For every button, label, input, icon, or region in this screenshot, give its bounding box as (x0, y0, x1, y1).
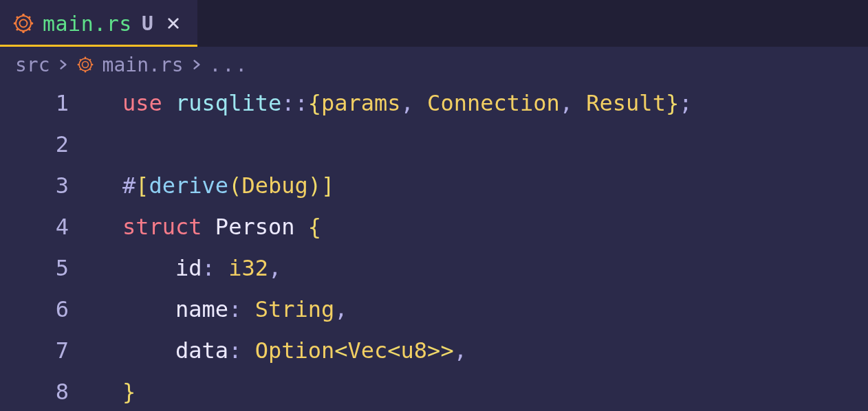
code-line[interactable]: data: Option<Vec<u8>>, (122, 330, 868, 371)
line-number: 6 (0, 289, 69, 330)
svg-point-2 (22, 14, 25, 16)
close-icon[interactable] (166, 16, 181, 31)
svg-point-8 (16, 28, 18, 30)
svg-point-17 (91, 64, 93, 66)
svg-point-18 (79, 59, 80, 60)
svg-point-1 (20, 20, 28, 27)
svg-point-13 (82, 62, 88, 68)
breadcrumb-ellipsis[interactable]: ... (210, 54, 249, 76)
line-number: 3 (0, 165, 69, 206)
chevron-right-icon (192, 60, 202, 69)
tab-modified-badge: U (142, 12, 153, 35)
line-number: 1 (0, 82, 69, 124)
svg-point-6 (16, 16, 18, 18)
breadcrumb-segment-src[interactable]: src (15, 54, 50, 76)
code-line[interactable]: struct Person { (122, 206, 868, 247)
svg-point-16 (77, 64, 79, 66)
rust-icon (12, 12, 34, 34)
line-number: 5 (0, 247, 69, 289)
svg-point-19 (89, 59, 91, 60)
line-number: 8 (0, 371, 69, 411)
svg-point-21 (89, 69, 91, 70)
line-number: 2 (0, 124, 69, 165)
code-line[interactable]: #[derive(Debug)] (122, 165, 868, 206)
svg-point-14 (84, 57, 86, 59)
svg-point-5 (31, 22, 34, 25)
rust-icon (76, 56, 94, 74)
line-number: 7 (0, 330, 69, 371)
chevron-right-icon (58, 60, 68, 69)
svg-point-4 (14, 22, 17, 25)
code-editor[interactable]: 12345678 use rusqlite::{params, Connecti… (0, 82, 868, 411)
code-content[interactable]: use rusqlite::{params, Connection, Resul… (89, 82, 868, 411)
breadcrumb[interactable]: src main.rs ... (0, 47, 868, 82)
tab-filename: main.rs (43, 12, 132, 36)
breadcrumb-segment-file[interactable]: main.rs (102, 54, 184, 76)
code-line[interactable]: name: String, (122, 289, 868, 330)
svg-point-15 (84, 71, 86, 73)
svg-point-3 (22, 31, 25, 34)
svg-point-12 (79, 58, 91, 71)
tab-bar: main.rs U (0, 0, 868, 47)
code-line[interactable]: use rusqlite::{params, Connection, Resul… (122, 82, 868, 124)
svg-point-9 (28, 28, 30, 30)
tab-main-rs[interactable]: main.rs U (0, 0, 197, 47)
line-number-gutter: 12345678 (0, 82, 89, 411)
svg-point-7 (28, 16, 30, 18)
svg-point-20 (79, 69, 80, 70)
code-line[interactable]: id: i32, (122, 247, 868, 289)
svg-point-0 (16, 16, 31, 31)
code-line[interactable] (122, 124, 868, 165)
line-number: 4 (0, 206, 69, 247)
code-line[interactable]: } (122, 371, 868, 411)
